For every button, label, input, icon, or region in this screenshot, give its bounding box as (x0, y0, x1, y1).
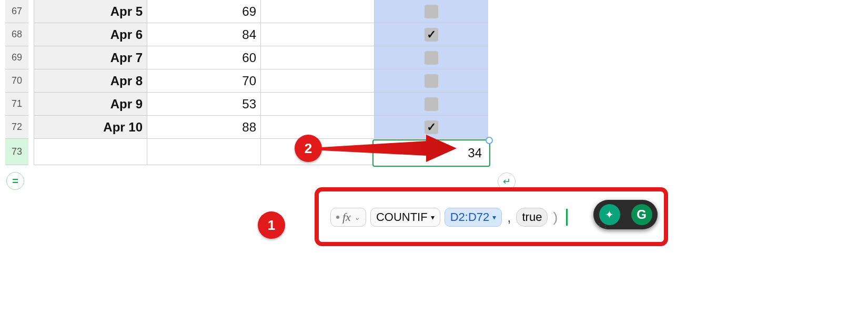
cell-date[interactable]: Apr 10 (34, 116, 147, 139)
checkbox-unchecked-icon[interactable] (425, 74, 438, 88)
checkbox-unchecked-icon[interactable] (425, 97, 438, 111)
row-header-active[interactable]: 73 (5, 139, 28, 165)
text-cursor-icon (566, 209, 568, 226)
annotation-step-2: 2 (295, 135, 322, 162)
cell-value[interactable]: 70 (147, 69, 261, 93)
formula-editor[interactable]: fx ⌄ COUNTIF ▾ D2:D72 ▾ , true ) (330, 205, 568, 229)
range-token[interactable]: D2:D72 ▾ (445, 208, 502, 227)
cell-checkbox[interactable] (375, 46, 488, 69)
row-header[interactable]: 68 (5, 23, 28, 46)
checkbox-checked-icon[interactable]: ✓ (425, 120, 438, 134)
cell-date[interactable]: Apr 7 (34, 46, 147, 69)
row-header[interactable]: 69 (5, 46, 28, 69)
function-token[interactable]: COUNTIF ▾ (370, 208, 440, 227)
cell-checkbox[interactable] (375, 0, 488, 23)
drag-handle-icon[interactable]: ⋮⋮ (597, 224, 609, 227)
cell-empty[interactable] (261, 46, 375, 69)
criterion-token[interactable]: true (516, 208, 548, 227)
cell-value[interactable]: 60 (147, 46, 261, 69)
cell-date[interactable]: Apr 8 (34, 69, 147, 93)
selection-handle-icon[interactable] (486, 137, 493, 144)
cell-empty[interactable] (34, 139, 147, 165)
comma-separator: , (506, 209, 512, 226)
row-header[interactable]: 71 (5, 93, 28, 116)
close-paren: ) (552, 209, 559, 226)
row-header[interactable]: 72 (5, 116, 28, 139)
annotation-step-1: 1 (258, 211, 285, 239)
checkbox-checked-icon[interactable]: ✓ (425, 28, 438, 42)
cell-date[interactable]: Apr 9 (34, 93, 147, 116)
cell-value[interactable]: 88 (147, 116, 261, 139)
fx-label: fx (342, 210, 351, 224)
cell-empty[interactable] (261, 69, 375, 93)
suggestion-bulb-icon[interactable]: ✦ (599, 204, 620, 225)
range-text: D2:D72 (450, 210, 490, 224)
cell-date[interactable]: Apr 6 (34, 23, 147, 46)
grammarly-widget[interactable]: ✦ G ⋮⋮ (593, 200, 658, 229)
insert-formula-button[interactable]: = (6, 172, 24, 190)
formula-result-value: 34 (468, 146, 482, 160)
row-header[interactable]: 70 (5, 69, 28, 93)
cell-checkbox[interactable] (375, 93, 488, 116)
annotation-arrow-icon (321, 135, 458, 162)
svg-marker-0 (321, 135, 457, 162)
chevron-down-icon: ⌄ (354, 213, 360, 222)
cell-value[interactable]: 53 (147, 93, 261, 116)
cell-checkbox[interactable]: ✓ (375, 23, 488, 46)
fx-menu-button[interactable]: fx ⌄ (330, 208, 366, 227)
dropdown-icon: ▾ (492, 213, 496, 221)
cell-value[interactable]: 69 (147, 0, 261, 23)
cell-empty[interactable] (147, 139, 261, 165)
cell-empty[interactable] (261, 93, 375, 116)
bullet-icon (336, 216, 339, 219)
cell-date[interactable]: Apr 5 (34, 0, 147, 23)
row-header[interactable]: 67 (5, 0, 28, 23)
function-name: COUNTIF (376, 210, 428, 224)
cell-empty[interactable] (261, 23, 375, 46)
dropdown-icon: ▾ (431, 213, 435, 221)
checkbox-unchecked-icon[interactable] (425, 5, 438, 18)
checkbox-unchecked-icon[interactable] (425, 51, 438, 65)
criterion-text: true (522, 210, 542, 224)
cell-checkbox[interactable] (375, 69, 488, 93)
cell-empty[interactable] (261, 0, 375, 23)
cell-value[interactable]: 84 (147, 23, 261, 46)
grammarly-icon[interactable]: G (631, 204, 652, 225)
